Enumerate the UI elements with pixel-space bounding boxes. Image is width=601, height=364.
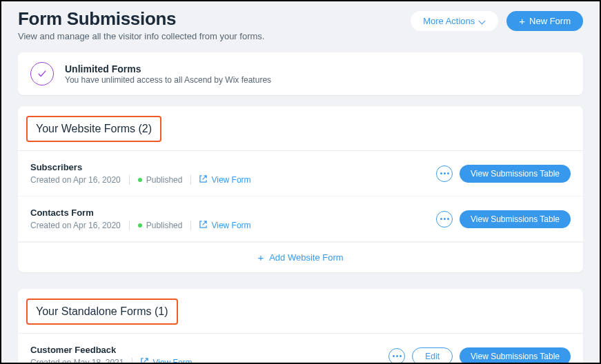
external-link-icon — [199, 221, 207, 230]
status-label: Published — [146, 221, 183, 230]
divider — [190, 221, 191, 230]
row-menu-button[interactable] — [388, 348, 405, 365]
chevron-down-icon — [479, 18, 486, 25]
check-circle-icon — [30, 62, 54, 85]
page-subtitle: View and manage all the visitor info col… — [18, 31, 264, 41]
view-form-label: View Form — [211, 221, 250, 230]
form-created: Created on Apr 16, 2020 — [30, 175, 121, 185]
dots-icon — [440, 218, 449, 220]
status-dot-icon — [138, 178, 142, 182]
status-badge: Published — [138, 175, 183, 185]
standalone-forms-section: Your Standalone Forms (1) Customer Feedb… — [18, 289, 583, 364]
view-form-link[interactable]: View Form — [199, 221, 250, 230]
view-form-label: View Form — [211, 175, 250, 185]
status-label: Published — [146, 175, 183, 185]
banner-title: Unlimited Forms — [65, 63, 271, 74]
divider — [129, 221, 130, 230]
dots-icon — [393, 355, 402, 357]
more-actions-button[interactable]: More Actions — [411, 11, 498, 31]
page-title: Form Submissions — [18, 8, 264, 30]
edit-button[interactable]: Edit — [412, 347, 453, 365]
add-website-form-button[interactable]: + Add Website Form — [18, 242, 583, 272]
form-name: Contacts Form — [30, 208, 251, 218]
divider — [132, 358, 132, 364]
unlimited-banner: Unlimited Forms You have unlimited acces… — [18, 52, 583, 95]
status-dot-icon — [138, 223, 142, 228]
row-menu-button[interactable] — [436, 211, 453, 228]
view-submissions-button[interactable]: View Submissions Table — [460, 347, 571, 365]
plus-icon: + — [257, 252, 264, 263]
divider — [190, 175, 191, 185]
form-row: Customer Feedback Created on May 18, 202… — [18, 334, 583, 364]
view-submissions-button[interactable]: View Submissions Table — [460, 165, 571, 183]
form-name: Customer Feedback — [30, 345, 193, 355]
view-form-link[interactable]: View Form — [141, 358, 192, 364]
form-created: Created on Apr 16, 2020 — [30, 221, 121, 230]
more-actions-label: More Actions — [423, 16, 475, 26]
new-form-label: New Form — [529, 16, 571, 26]
website-forms-title: Your Website Forms (2) — [26, 116, 161, 142]
view-form-link[interactable]: View Form — [199, 175, 250, 185]
status-badge: Published — [138, 221, 183, 230]
form-row: Subscribers Created on Apr 16, 2020 Publ… — [18, 151, 583, 196]
divider — [129, 175, 130, 185]
new-form-button[interactable]: + New Form — [506, 11, 583, 31]
plus-icon: + — [519, 16, 525, 26]
view-form-label: View Form — [152, 358, 192, 364]
form-name: Subscribers — [30, 162, 251, 172]
external-link-icon — [141, 358, 148, 364]
view-submissions-button[interactable]: View Submissions Table — [460, 210, 571, 228]
dots-icon — [440, 172, 449, 174]
form-created: Created on May 18, 2021 — [30, 358, 124, 364]
row-menu-button[interactable] — [436, 165, 453, 182]
form-row: Contacts Form Created on Apr 16, 2020 Pu… — [18, 196, 583, 242]
page-header: Form Submissions View and manage all the… — [18, 1, 583, 52]
external-link-icon — [199, 175, 207, 185]
add-website-form-label: Add Website Form — [269, 252, 343, 263]
banner-subtitle: You have unlimited access to all Ascend … — [65, 75, 271, 85]
website-forms-section: Your Website Forms (2) Subscribers Creat… — [18, 106, 583, 272]
standalone-forms-title: Your Standalone Forms (1) — [26, 299, 178, 325]
